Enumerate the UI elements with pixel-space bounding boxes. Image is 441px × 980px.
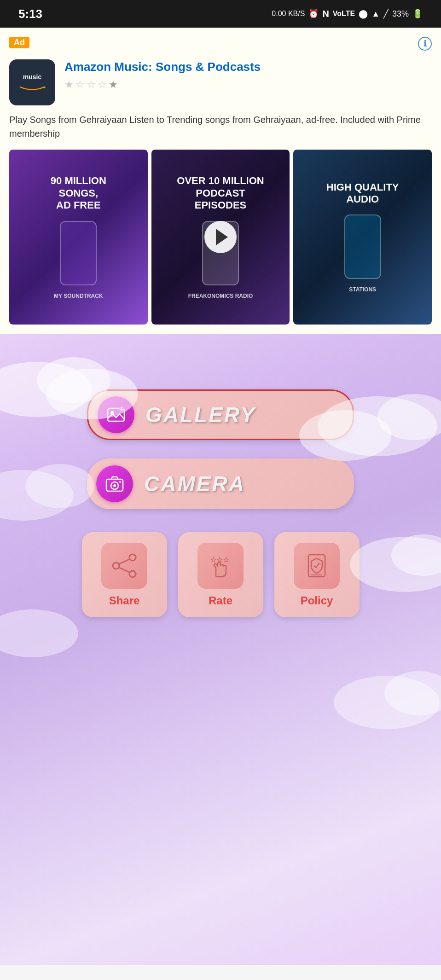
camera-button[interactable]: CAMERA — [87, 458, 354, 509]
ad-logo: music — [9, 59, 55, 105]
policy-label: Policy — [301, 594, 333, 607]
battery-icon: 🔋 — [412, 9, 423, 19]
bottom-buttons: Share ★ ★ ★ Rate — [82, 532, 360, 617]
ad-badge: Ad — [9, 37, 29, 48]
share-label: Share — [109, 594, 140, 607]
svg-line-26 — [119, 559, 129, 564]
policy-button[interactable]: Policy — [274, 532, 360, 617]
star-3: ☆ — [87, 79, 96, 91]
star-5: ★ — [109, 79, 118, 91]
amazon-smile-svg — [18, 82, 46, 92]
svg-point-9 — [350, 537, 441, 592]
rate-icon-box: ★ ★ ★ — [197, 543, 244, 589]
svg-point-7 — [0, 470, 74, 521]
star-2: ☆ — [75, 79, 85, 91]
nav-bar: ◁ ○ □ — [0, 965, 441, 980]
svg-marker-0 — [44, 86, 46, 88]
ad-image-2[interactable]: OVER 10 MILLIONPODCASTEPISODES FREAKONOM… — [151, 150, 290, 325]
gallery-icon — [106, 405, 126, 425]
svg-point-12 — [334, 676, 440, 729]
svg-text:★: ★ — [210, 556, 216, 563]
rate-icon: ★ ★ ★ — [207, 552, 234, 580]
svg-point-21 — [113, 484, 116, 487]
ad-images: 90 MILLIONSONGS,AD FREE MY SOUNDTRACK OV… — [9, 150, 432, 325]
svg-line-27 — [119, 568, 129, 572]
svg-point-1 — [0, 362, 92, 417]
ad-container: Ad ℹ music Amazon Music: Songs & Podcast… — [0, 28, 441, 334]
share-button[interactable]: Share — [82, 532, 167, 617]
ad-header: music Amazon Music: Songs & Podcasts ★ ☆… — [9, 59, 432, 105]
ad-info-button[interactable]: ℹ — [418, 37, 432, 51]
camera-icon-circle — [96, 465, 133, 502]
gallery-label: GALLERY — [145, 402, 256, 427]
ad-image-1: 90 MILLIONSONGS,AD FREE MY SOUNDTRACK — [9, 150, 148, 325]
svg-point-25 — [113, 562, 119, 569]
ad-stars: ★ ☆ ☆ ☆ ★ — [64, 79, 432, 91]
svg-point-23 — [129, 554, 136, 561]
svg-point-5 — [377, 394, 441, 440]
status-bar: 5:13 0.00 KB/S ⏰ N VoLTE ⬤ ▲ ╱ 33% 🔋 — [0, 0, 441, 28]
gallery-icon-circle — [98, 396, 134, 433]
svg-point-8 — [25, 464, 94, 508]
svg-text:★: ★ — [223, 556, 229, 563]
home-button[interactable]: ○ — [217, 979, 227, 980]
bluetooth-icon: ⬤ — [359, 9, 368, 19]
lte-icon: VoLTE — [333, 10, 355, 18]
play-triangle — [216, 229, 228, 245]
ad-title-section: Amazon Music: Songs & Podcasts ★ ☆ ☆ ☆ ★ — [64, 59, 432, 91]
ad-image-3: HIGH QUALITYAUDIO STATIONS — [293, 150, 432, 325]
svg-point-24 — [129, 571, 136, 577]
gallery-button[interactable]: GALLERY — [87, 389, 354, 440]
svg-point-22 — [119, 481, 121, 483]
status-right: 0.00 KB/S ⏰ N VoLTE ⬤ ▲ ╱ 33% 🔋 — [272, 9, 423, 19]
star-1: ★ — [64, 79, 74, 91]
play-button[interactable] — [204, 221, 237, 253]
data-speed: 0.00 KB/S — [272, 10, 305, 18]
svg-point-10 — [391, 534, 441, 576]
policy-icon — [303, 552, 331, 580]
camera-label: CAMERA — [144, 471, 245, 496]
ad-logo-text: music — [23, 73, 41, 81]
svg-point-13 — [384, 671, 441, 715]
phone-mockup-1 — [60, 221, 97, 285]
signal-icon: ╱ — [383, 9, 389, 19]
policy-icon-box — [294, 543, 340, 589]
camera-icon — [104, 474, 125, 494]
rate-label: Rate — [209, 594, 232, 607]
svg-point-11 — [0, 609, 78, 657]
alarm-icon: ⏰ — [308, 9, 319, 19]
phone-mockup-3 — [344, 215, 381, 279]
share-icon — [110, 552, 138, 580]
rate-button[interactable]: ★ ★ ★ Rate — [178, 532, 263, 617]
star-4: ☆ — [98, 79, 107, 91]
ad-title[interactable]: Amazon Music: Songs & Podcasts — [64, 59, 432, 75]
nfc-icon: N — [322, 9, 329, 19]
share-icon-box — [101, 543, 147, 589]
battery-percent: 33% — [392, 9, 409, 19]
app-background: GALLERY CAMERA — [0, 334, 441, 965]
wifi-icon: ▲ — [371, 9, 380, 19]
ad-description: Play Songs from Gehraiyaan Listen to Tre… — [9, 113, 432, 140]
status-time: 5:13 — [18, 7, 42, 21]
